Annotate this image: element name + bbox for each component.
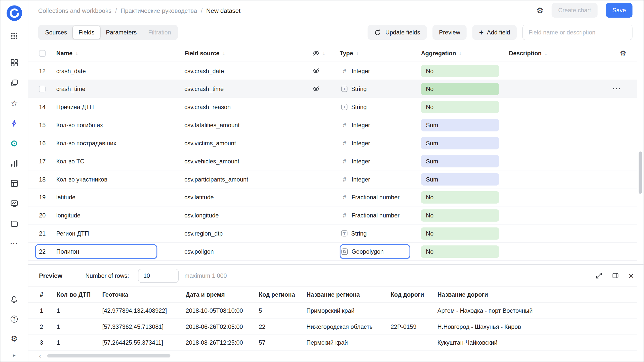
field-type-select[interactable]: #Integer	[340, 140, 421, 147]
field-type-select[interactable]: #Integer	[340, 158, 421, 165]
field-type-select[interactable]: #Integer	[340, 176, 421, 183]
field-name[interactable]: Полигон	[56, 248, 79, 255]
column-header-name[interactable]: Name↓	[56, 50, 184, 56]
field-search-input[interactable]	[522, 25, 633, 40]
dataset-settings-gear-icon[interactable]: ⚙	[536, 6, 543, 14]
field-name[interactable]: crash_date	[56, 68, 86, 74]
aggregation-select[interactable]: Sum	[421, 137, 499, 149]
aggregation-select[interactable]: Sum	[421, 155, 499, 167]
field-source[interactable]: csv.participants_amount	[184, 176, 248, 183]
settings-gear-icon[interactable]: ⚙	[10, 334, 19, 343]
field-row[interactable]: 16Кол-во пострадавшихcsv.victims_amount#…	[28, 134, 637, 152]
aggregation-select[interactable]: No	[421, 245, 499, 258]
field-type-select[interactable]: #Fractional number	[340, 212, 421, 219]
field-source[interactable]: csv.victims_amount	[184, 140, 236, 146]
row-actions-icon[interactable]: ···	[613, 85, 621, 93]
field-name[interactable]: Кол-во погибших	[56, 122, 103, 128]
more-services-icon[interactable]: ···	[10, 239, 19, 248]
field-source[interactable]: csv.crash_reason	[184, 104, 231, 110]
aggregation-select[interactable]: No	[421, 83, 499, 95]
column-header-description[interactable]: Description↓	[509, 50, 547, 56]
field-source[interactable]: csv.longitude	[184, 212, 219, 218]
vertical-scrollbar-thumb[interactable]	[639, 151, 642, 194]
update-fields-button[interactable]: Update fields	[368, 25, 427, 40]
field-name[interactable]: Кол-во пострадавших	[56, 140, 116, 146]
field-source[interactable]: csv.crash_date	[184, 68, 224, 74]
preview-button[interactable]: Preview	[432, 25, 467, 40]
field-row[interactable]: crash_timecsv.crash_timeTStringNo···	[28, 80, 637, 98]
aggregation-select[interactable]: No	[421, 65, 499, 77]
field-name[interactable]: longitude	[56, 212, 80, 218]
row-checkbox[interactable]	[39, 85, 46, 92]
scroll-left-icon[interactable]: ‹	[39, 352, 45, 359]
description-cell[interactable]: ···	[509, 85, 637, 93]
datalens-logo-icon[interactable]	[6, 5, 22, 21]
field-row[interactable]: 20longitudecsv.longitude#Fractional numb…	[28, 206, 637, 224]
number-of-rows-input[interactable]	[138, 269, 179, 283]
field-source[interactable]: csv.region_dtp	[184, 230, 223, 237]
field-source[interactable]: csv.fatalities_amount	[184, 122, 239, 128]
field-row[interactable]: 15Кол-во погибшихcsv.fatalities_amount#I…	[28, 116, 637, 134]
column-header-field-source[interactable]: Field source↓	[184, 50, 312, 56]
field-name[interactable]: crash_time	[56, 85, 86, 92]
field-row[interactable]: 21Регион ДТПcsv.region_dtpTStringNo	[28, 224, 637, 243]
field-type-select[interactable]: Geopolygon	[340, 248, 421, 255]
field-name[interactable]: Кол-во ТС	[56, 158, 85, 164]
monitoring-icon[interactable]	[10, 199, 19, 208]
datasets-table-icon[interactable]	[10, 179, 19, 188]
aggregation-select[interactable]: No	[421, 191, 499, 203]
aggregation-select[interactable]: No	[421, 101, 499, 113]
close-preview-icon[interactable]: ×	[628, 271, 634, 280]
field-source[interactable]: csv.poligon	[184, 248, 214, 255]
select-all-checkbox[interactable]	[39, 50, 46, 56]
notifications-bell-icon[interactable]	[10, 295, 19, 304]
collections-icon[interactable]	[10, 78, 19, 87]
column-header-aggregation[interactable]: Aggregation↓	[421, 50, 509, 56]
field-row[interactable]: 14Причина ДТПcsv.crash_reasonTStringNo	[28, 98, 637, 116]
save-button[interactable]: Save	[606, 3, 632, 18]
tab-fields[interactable]: Fields	[73, 26, 100, 39]
field-source[interactable]: csv.latitude	[184, 194, 214, 200]
field-type-select[interactable]: TString	[340, 230, 421, 237]
aggregation-select[interactable]: No	[421, 209, 499, 221]
help-icon[interactable]: ?	[10, 314, 19, 324]
field-name[interactable]: Регион ДТП	[56, 230, 89, 237]
column-header-visibility[interactable]: ↓	[312, 50, 340, 57]
apps-grid-icon[interactable]	[10, 31, 19, 40]
breadcrumb-workbook[interactable]: Практические руководства	[120, 7, 197, 14]
tab-sources[interactable]: Sources	[39, 26, 73, 39]
add-field-button[interactable]: + Add field	[472, 25, 517, 40]
horizontal-scrollbar-thumb[interactable]	[47, 354, 171, 357]
hidden-field-icon[interactable]	[312, 85, 319, 93]
storage-folder-icon[interactable]	[10, 219, 19, 228]
aggregation-select[interactable]: Sum	[421, 119, 499, 131]
field-type-select[interactable]: TString	[340, 85, 421, 92]
field-row[interactable]: 19latitudecsv.latitude#Fractional number…	[28, 188, 637, 206]
field-name[interactable]: Причина ДТП	[56, 104, 94, 110]
dashboards-icon[interactable]	[10, 58, 19, 67]
field-type-select[interactable]: #Integer	[340, 67, 421, 74]
field-type-select[interactable]: #Integer	[340, 121, 421, 128]
column-header-type[interactable]: Type↓	[340, 50, 421, 56]
field-type-select[interactable]: #Fractional number	[340, 194, 421, 201]
field-row[interactable]: 18Кол-во участниковcsv.participants_amou…	[28, 170, 637, 189]
aggregation-select[interactable]: No	[421, 227, 499, 240]
table-settings-gear-icon[interactable]: ⚙	[620, 50, 626, 57]
dock-preview-icon[interactable]	[612, 272, 619, 279]
aggregation-select[interactable]: Sum	[421, 173, 499, 185]
expand-preview-icon[interactable]	[596, 272, 603, 279]
field-row[interactable]: 22Полигонcsv.poligonGeopolygonNo	[28, 243, 637, 261]
field-name[interactable]: latitude	[56, 194, 75, 200]
field-source[interactable]: csv.crash_time	[184, 85, 224, 92]
field-source[interactable]: csv.vehicles_amount	[184, 158, 239, 164]
field-row[interactable]: 17Кол-во ТСcsv.vehicles_amount#IntegerSu…	[28, 152, 637, 170]
field-row[interactable]: 12crash_datecsv.crash_date#IntegerNo	[28, 62, 637, 80]
services-ring-icon[interactable]	[10, 139, 19, 148]
hidden-field-icon[interactable]	[312, 67, 319, 74]
field-name[interactable]: Кол-во участников	[56, 176, 107, 183]
collapse-sidebar-icon[interactable]: ▸	[13, 352, 16, 358]
breadcrumb-collections[interactable]: Collections and workbooks	[38, 7, 111, 14]
editor-lightning-icon[interactable]	[10, 119, 19, 128]
create-chart-button[interactable]: Create chart	[552, 3, 598, 18]
field-type-select[interactable]: TString	[340, 104, 421, 110]
